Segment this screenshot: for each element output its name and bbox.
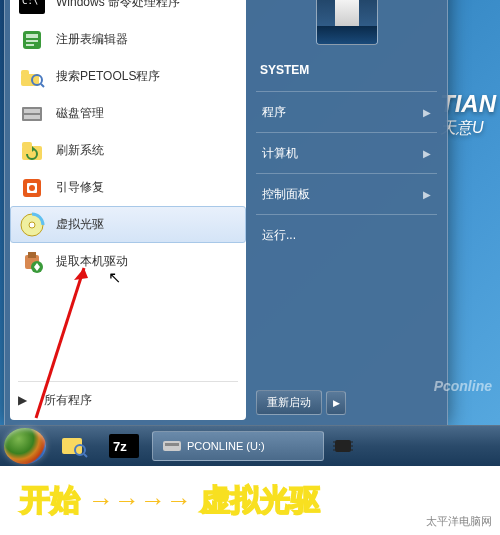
- separator: [256, 132, 437, 133]
- boot-repair-icon: [18, 174, 46, 202]
- separator: [256, 214, 437, 215]
- svg-rect-11: [24, 109, 40, 113]
- svg-rect-14: [22, 142, 32, 148]
- svg-rect-12: [24, 115, 40, 119]
- svg-rect-34: [165, 443, 179, 446]
- side-item-label: 计算机: [262, 145, 298, 162]
- refresh-icon: [18, 137, 46, 165]
- side-item-label: 运行...: [262, 227, 296, 244]
- start-menu-right-pane: SYSTEM 程序 ▶ 计算机 ▶ 控制面板 ▶ 运行... 重新: [246, 0, 447, 425]
- svg-line-30: [84, 454, 87, 457]
- cmd-icon: C:\: [18, 0, 46, 17]
- menu-item-regedit[interactable]: 注册表编辑器: [10, 21, 246, 58]
- side-item-control-panel[interactable]: 控制面板 ▶: [256, 178, 437, 210]
- side-item-run[interactable]: 运行...: [256, 219, 437, 251]
- side-item-label: 程序: [262, 104, 286, 121]
- user-name: SYSTEM: [256, 63, 437, 77]
- restart-button[interactable]: 重新启动: [256, 390, 322, 415]
- taskbar-chip-icon[interactable]: [330, 433, 356, 459]
- start-menu-left-pane: C:\ Windows 命令处理程序 注册表编辑器 搜索PETOOLS程序 磁盘…: [10, 0, 246, 420]
- all-programs-label: 所有程序: [44, 392, 92, 409]
- menu-item-virtual-cd[interactable]: 虚拟光驱: [10, 206, 246, 243]
- watermark: Pconline: [434, 378, 492, 394]
- annotation-caption: 开始 →→→→ 虚拟光驱: [0, 466, 500, 535]
- shutdown-options-button[interactable]: ▶: [326, 391, 346, 415]
- disk-mgmt-icon: [18, 100, 46, 128]
- separator: [256, 91, 437, 92]
- all-programs[interactable]: ▶ 所有程序: [10, 384, 246, 416]
- chevron-right-icon: ▶: [18, 393, 34, 407]
- chevron-right-icon: ▶: [423, 148, 431, 159]
- annotation-text-2: 虚拟光驱: [200, 480, 320, 521]
- regedit-icon: [18, 26, 46, 54]
- menu-item-label: 搜索PETOOLS程序: [56, 68, 160, 85]
- drive-icon: [163, 439, 181, 453]
- chevron-right-icon: ▶: [423, 189, 431, 200]
- menu-item-extract-driver[interactable]: 提取本机驱动: [10, 243, 246, 280]
- desktop-background: TIAN 天意U C:\ Windows 命令处理程序 注册表编辑器 搜索PET…: [0, 0, 500, 466]
- pinned-programs: C:\ Windows 命令处理程序 注册表编辑器 搜索PETOOLS程序 磁盘…: [10, 0, 246, 379]
- svg-line-9: [41, 84, 44, 87]
- menu-item-label: 虚拟光驱: [56, 216, 104, 233]
- separator: [18, 381, 238, 382]
- taskbar-pin-search[interactable]: [52, 431, 96, 461]
- menu-item-label: 注册表编辑器: [56, 31, 128, 48]
- side-item-label: 控制面板: [262, 186, 310, 203]
- svg-rect-3: [26, 34, 38, 38]
- menu-item-disk-mgmt[interactable]: 磁盘管理: [10, 95, 246, 132]
- side-item-computer[interactable]: 计算机 ▶: [256, 137, 437, 169]
- menu-item-label: 磁盘管理: [56, 105, 104, 122]
- menu-item-label: 引导修复: [56, 179, 104, 196]
- virtual-cd-icon: [18, 211, 46, 239]
- menu-item-cmd[interactable]: C:\ Windows 命令处理程序: [10, 0, 246, 21]
- annotation-text-1: 开始: [20, 480, 80, 521]
- taskbar-task-drive[interactable]: PCONLINE (U:): [152, 431, 324, 461]
- extract-driver-icon: [18, 248, 46, 276]
- svg-rect-4: [26, 40, 38, 42]
- annotation-arrows: →→→→: [88, 485, 192, 516]
- menu-item-boot-repair[interactable]: 引导修复: [10, 169, 246, 206]
- menu-item-label: Windows 命令处理程序: [56, 0, 180, 11]
- start-menu: C:\ Windows 命令处理程序 注册表编辑器 搜索PETOOLS程序 磁盘…: [4, 0, 448, 426]
- start-button[interactable]: [4, 428, 46, 464]
- chevron-right-icon: ▶: [423, 107, 431, 118]
- menu-item-label: 提取本机驱动: [56, 253, 128, 270]
- svg-point-21: [29, 222, 35, 228]
- side-item-programs[interactable]: 程序 ▶: [256, 96, 437, 128]
- svg-rect-7: [21, 70, 29, 76]
- separator: [256, 173, 437, 174]
- menu-item-search[interactable]: 搜索PETOOLS程序: [10, 58, 246, 95]
- svg-text:C:\: C:\: [22, 0, 38, 6]
- svg-text:7z: 7z: [113, 439, 127, 454]
- menu-item-label: 刷新系统: [56, 142, 104, 159]
- svg-rect-5: [26, 44, 34, 46]
- svg-rect-23: [28, 252, 36, 258]
- watermark-small: 太平洋电脑网: [426, 514, 492, 529]
- shutdown-group: 重新启动 ▶: [256, 390, 437, 415]
- svg-point-18: [29, 185, 35, 191]
- search-icon: [18, 63, 46, 91]
- taskbar-pin-7z[interactable]: 7z: [102, 431, 146, 461]
- taskbar: 7z PCONLINE (U:): [0, 425, 500, 466]
- menu-item-refresh[interactable]: 刷新系统: [10, 132, 246, 169]
- svg-rect-35: [335, 440, 351, 452]
- user-picture[interactable]: [316, 0, 378, 45]
- task-label: PCONLINE (U:): [187, 440, 265, 452]
